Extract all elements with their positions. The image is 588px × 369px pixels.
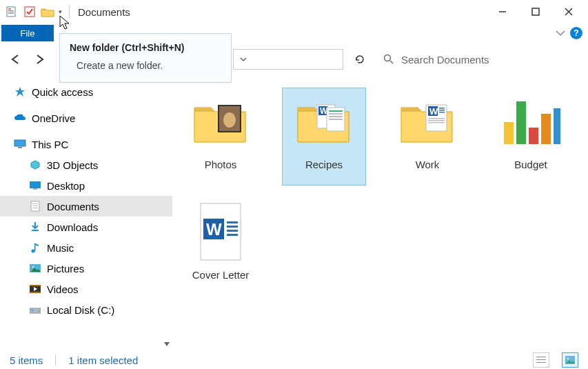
word-doc-icon: W bbox=[190, 201, 252, 263]
status-separator bbox=[55, 355, 56, 366]
onedrive-icon bbox=[14, 112, 26, 124]
search-icon bbox=[383, 54, 394, 65]
folder-thumbnail-icon bbox=[190, 91, 252, 153]
drive-icon bbox=[29, 303, 41, 316]
sidebar-item-quick-access[interactable]: Quick access bbox=[0, 81, 172, 102]
svg-rect-63 bbox=[541, 114, 551, 144]
svg-point-23 bbox=[32, 250, 35, 253]
ribbon-collapse-chevron[interactable] bbox=[555, 29, 566, 37]
address-dropdown-icon[interactable] bbox=[239, 55, 247, 63]
sidebar-scrollbar[interactable] bbox=[161, 74, 172, 350]
svg-rect-71 bbox=[227, 234, 238, 236]
svg-rect-3 bbox=[8, 12, 14, 12]
tooltip-title: New folder (Ctrl+Shift+N) bbox=[70, 42, 221, 53]
forward-button[interactable] bbox=[29, 48, 51, 70]
sidebar-item-documents[interactable]: Documents bbox=[0, 196, 172, 217]
help-button[interactable]: ? bbox=[570, 27, 582, 39]
svg-rect-30 bbox=[30, 292, 41, 293]
folder-thumbnail-icon: W bbox=[293, 91, 355, 153]
address-bar[interactable] bbox=[233, 49, 343, 70]
svg-rect-47 bbox=[329, 110, 343, 112]
qat-customize-dropdown[interactable]: ▾ bbox=[57, 4, 63, 19]
svg-rect-16 bbox=[30, 181, 41, 188]
file-tab[interactable]: File bbox=[1, 25, 54, 41]
title-bar: ▾ Documents bbox=[0, 0, 588, 23]
navigation-pane: Quick access OneDrive This PC 3D Objects… bbox=[0, 74, 172, 350]
sidebar-item-pictures[interactable]: Pictures bbox=[0, 258, 172, 279]
svg-rect-29 bbox=[30, 285, 41, 286]
videos-icon bbox=[29, 283, 41, 295]
minimize-button[interactable] bbox=[486, 2, 519, 21]
folder-thumbnail-icon: W bbox=[396, 91, 458, 153]
sidebar-item-downloads[interactable]: Downloads bbox=[0, 217, 172, 237]
svg-marker-12 bbox=[15, 87, 25, 97]
qat-placeholder-icon[interactable] bbox=[22, 4, 37, 19]
sidebar-label: OneDrive bbox=[32, 112, 75, 124]
svg-marker-36 bbox=[164, 342, 170, 346]
item-recipes[interactable]: W Recipes bbox=[283, 88, 365, 185]
sidebar-label: Quick access bbox=[32, 86, 93, 98]
qat-new-folder-icon[interactable] bbox=[40, 4, 55, 19]
svg-rect-57 bbox=[428, 118, 445, 119]
scroll-down-icon[interactable] bbox=[161, 338, 172, 350]
content-pane[interactable]: Photos W Recipes bbox=[172, 74, 588, 350]
svg-rect-54 bbox=[439, 108, 445, 109]
svg-rect-22 bbox=[32, 230, 39, 231]
close-button[interactable] bbox=[552, 2, 585, 21]
sidebar-item-onedrive[interactable]: OneDrive bbox=[0, 108, 172, 128]
svg-rect-73 bbox=[536, 359, 546, 360]
refresh-button[interactable] bbox=[346, 49, 374, 70]
main-area: Quick access OneDrive This PC 3D Objects… bbox=[0, 74, 588, 350]
svg-rect-59 bbox=[428, 122, 445, 123]
svg-point-34 bbox=[38, 310, 39, 312]
svg-rect-56 bbox=[439, 112, 445, 113]
svg-rect-55 bbox=[439, 110, 445, 111]
status-item-count: 5 items bbox=[10, 355, 43, 366]
qat-properties-icon[interactable] bbox=[4, 4, 19, 19]
sidebar-label: Local Disk (C:) bbox=[47, 304, 114, 316]
item-work[interactable]: W Work bbox=[386, 88, 469, 185]
this-pc-icon bbox=[14, 138, 26, 150]
desktop-icon bbox=[29, 179, 41, 192]
sidebar-item-videos[interactable]: Videos bbox=[0, 279, 172, 299]
window-title: Documents bbox=[78, 6, 130, 18]
sidebar-label: This PC bbox=[32, 139, 68, 150]
svg-point-76 bbox=[567, 358, 569, 360]
svg-rect-68 bbox=[227, 221, 238, 223]
svg-rect-72 bbox=[536, 357, 546, 357]
details-view-button[interactable] bbox=[533, 352, 549, 368]
search-box[interactable]: Search Documents bbox=[376, 49, 584, 70]
svg-rect-48 bbox=[329, 113, 343, 114]
svg-rect-74 bbox=[536, 362, 546, 363]
sidebar-item-local-disk[interactable]: Local Disk (C:) bbox=[0, 299, 172, 320]
status-selected-count: 1 item selected bbox=[68, 355, 138, 366]
sidebar-item-this-pc[interactable]: This PC bbox=[0, 134, 172, 154]
svg-rect-70 bbox=[227, 230, 238, 232]
item-photos[interactable]: Photos bbox=[179, 88, 262, 185]
svg-point-10 bbox=[385, 55, 391, 61]
svg-point-39 bbox=[223, 112, 236, 128]
sidebar-label: 3D Objects bbox=[47, 159, 98, 171]
sidebar-label: Music bbox=[47, 242, 74, 254]
chart-icon bbox=[500, 91, 562, 153]
svg-rect-33 bbox=[31, 310, 34, 311]
maximize-button[interactable] bbox=[519, 2, 552, 21]
sidebar-label: Documents bbox=[47, 201, 99, 212]
sidebar-item-3d-objects[interactable]: 3D Objects bbox=[0, 154, 172, 175]
sidebar-item-desktop[interactable]: Desktop bbox=[0, 175, 172, 196]
downloads-icon bbox=[29, 221, 41, 233]
item-label: Photos bbox=[205, 159, 237, 170]
svg-rect-61 bbox=[516, 101, 526, 144]
documents-icon bbox=[29, 200, 41, 212]
item-label: Recipes bbox=[305, 159, 343, 170]
svg-rect-19 bbox=[32, 203, 38, 204]
tooltip-popup: New folder (Ctrl+Shift+N) Create a new f… bbox=[59, 33, 232, 83]
quick-access-icon bbox=[14, 86, 26, 98]
item-cover-letter[interactable]: W Cover Letter bbox=[179, 199, 262, 295]
item-budget[interactable]: Budget bbox=[489, 88, 572, 185]
svg-point-26 bbox=[32, 266, 34, 268]
back-button[interactable] bbox=[4, 48, 26, 70]
svg-rect-4 bbox=[8, 13, 14, 14]
large-icons-view-button[interactable] bbox=[562, 352, 578, 368]
sidebar-item-music[interactable]: Music bbox=[0, 237, 172, 258]
